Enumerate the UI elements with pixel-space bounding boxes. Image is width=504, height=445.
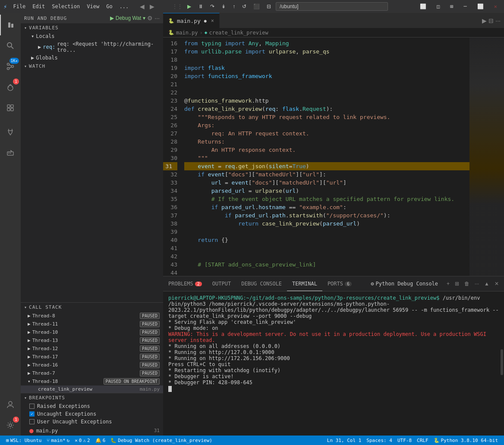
thread-7[interactable]: ▶ Thread-7 PAUSED <box>21 369 163 377</box>
debug-more-button[interactable]: ··· <box>154 15 160 22</box>
tab-close-button[interactable]: × <box>211 18 214 24</box>
tab-debug-console[interactable]: DEBUG CONSOLE <box>236 276 287 291</box>
code-line-18 <box>184 56 469 64</box>
add-terminal-button[interactable]: + <box>445 280 451 288</box>
debug-continue-mini[interactable]: ▶ <box>185 2 193 11</box>
layout-button3[interactable]: ⊞ <box>447 3 457 10</box>
debug-stepout-mini[interactable]: ↑ <box>230 2 237 11</box>
status-line-ending[interactable]: CRLF <box>414 436 431 445</box>
activity-settings[interactable]: 1 <box>0 415 21 436</box>
bp-user-uncaught[interactable]: User Uncaught Exceptions <box>21 418 163 426</box>
menu-view[interactable]: View <box>84 3 102 10</box>
layout-button[interactable]: ⬜ <box>416 3 430 10</box>
activity-extensions[interactable] <box>0 97 21 118</box>
menu-more[interactable]: ... <box>117 3 132 10</box>
bell-icon: 🔔 <box>95 438 101 443</box>
debug-stepinto-mini[interactable]: ↡ <box>219 2 228 11</box>
tab-output[interactable]: OUTPUT <box>207 276 236 291</box>
problems-label: PROBLEMS <box>168 281 193 287</box>
status-errors[interactable]: ✕ 0 ⚠ 2 <box>72 436 93 445</box>
status-python[interactable]: 🐍 Python 3.8.10 64-bit <box>431 436 501 445</box>
code-line-16: from typing import Any, Mapping <box>184 39 469 47</box>
thread-8[interactable]: ▶ Thread-8 PAUSED <box>21 312 163 320</box>
maximize-button[interactable]: ⬜ <box>474 3 487 10</box>
debug-stop-mini[interactable]: ⬛ <box>251 2 262 11</box>
code-line-29: An HTTP response context. <box>184 146 469 154</box>
run-button[interactable]: ▶ <box>482 17 487 24</box>
debug-config-label: Debug Wat <box>116 15 142 21</box>
stack-frame[interactable]: create_link_preview main.py <box>21 385 163 393</box>
terminal-content[interactable]: pierrick@LAPTOP-HKU5PNNG:~/git/add-ons-s… <box>163 291 504 436</box>
tab-main-py[interactable]: 🐍 main.py ● × <box>163 13 220 28</box>
breadcrumb-function[interactable]: create_link_preview <box>209 30 268 36</box>
menu-go[interactable]: Go <box>104 3 115 10</box>
watch-section-header[interactable]: ▾ WATCH <box>21 62 163 71</box>
status-wsl[interactable]: ⊞ WSL: Ubuntu <box>3 436 44 445</box>
status-branch[interactable]: ⑂ main* ↻ <box>44 436 72 445</box>
tab-terminal[interactable]: TERMINAL <box>287 276 322 291</box>
tab-problems[interactable]: PROBLEMS 2 <box>163 276 207 291</box>
activity-account[interactable] <box>0 394 21 415</box>
thread-10[interactable]: ▶ Thread-10 PAUSED <box>21 328 163 336</box>
status-bell[interactable]: 🔔 6 <box>93 436 108 445</box>
bp-uncaught-exceptions[interactable]: Uncaught Exceptions <box>21 410 163 418</box>
bp-main-py[interactable]: ● main.py 31 <box>21 426 163 436</box>
back-button[interactable]: ◀ <box>138 2 146 11</box>
activity-docker[interactable] <box>0 142 21 163</box>
terminal-close-button[interactable]: ✕ <box>493 280 501 288</box>
activity-debug[interactable]: 1 <box>0 77 21 97</box>
thread-17[interactable]: ▶ Thread-17 PAUSED <box>21 353 163 361</box>
debug-gear-button[interactable]: ⚙ <box>147 15 153 22</box>
watch-title: WATCH <box>29 63 45 69</box>
menu-file[interactable]: File <box>10 3 28 10</box>
forward-button[interactable]: ▶ <box>148 2 156 11</box>
split-terminal-button[interactable]: ⊞ <box>453 280 461 288</box>
more-actions-button[interactable]: ··· <box>495 17 501 24</box>
address-bar[interactable] <box>276 2 388 11</box>
activity-test[interactable] <box>0 122 21 142</box>
activity-search[interactable] <box>0 35 21 56</box>
breakpoints-header[interactable]: ▾ BREAKPOINTS <box>21 393 163 402</box>
start-debug-button[interactable]: ▶ Debug Wat ▾ <box>110 15 146 21</box>
status-line-col[interactable]: Ln 31, Col 1 <box>324 436 364 445</box>
debug-panel-mini[interactable]: ⊟ <box>265 2 273 11</box>
debug-stepover-mini[interactable]: ↷ <box>208 2 217 11</box>
callstack-header[interactable]: ▾ CALL STACK <box>21 303 163 312</box>
layout-button2[interactable]: ◫ <box>433 3 443 10</box>
scrollbar-thumb[interactable] <box>501 349 503 375</box>
svg-rect-15 <box>7 108 10 111</box>
bp-user-uncaught-checkbox[interactable] <box>29 419 35 424</box>
thread-name: Thread-7 <box>32 370 55 376</box>
terminal-chevron-up[interactable]: ▲ <box>482 280 491 288</box>
thread-18[interactable]: ▾ Thread-18 PAUSED ON BREAKPOINT <box>21 377 163 385</box>
req-variable[interactable]: ▶ req: req: <Request 'http://charming-tr… <box>21 40 163 54</box>
paused-badge: PAUSED <box>140 370 160 376</box>
close-button[interactable]: ✕ <box>491 3 501 10</box>
minimize-button[interactable]: ─ <box>460 3 470 10</box>
python-file-icon: 🐍 <box>168 18 174 24</box>
variables-section-header[interactable]: ▾ VARIABLES <box>21 23 163 32</box>
status-spaces[interactable]: Spaces: 4 <box>364 436 395 445</box>
status-encoding[interactable]: UTF-8 <box>395 436 414 445</box>
thread-12[interactable]: ▶ Thread-12 PAUSED <box>21 345 163 353</box>
activity-scm[interactable]: 1K+ <box>0 56 21 77</box>
thread-11[interactable]: ▶ Thread-11 PAUSED <box>21 320 163 328</box>
menu-selection[interactable]: Selection <box>49 3 82 10</box>
tab-ports[interactable]: PORTS 6 <box>322 276 357 291</box>
debug-restart-mini[interactable]: ↺ <box>240 2 249 11</box>
status-debug-watch[interactable]: 🐛 Debug Watch (create_link_preview) <box>108 436 215 445</box>
globals-group[interactable]: ▶ Globals <box>21 54 163 62</box>
activity-explorer[interactable] <box>0 15 21 35</box>
debug-pause-mini[interactable]: ⏸ <box>196 2 205 11</box>
breadcrumb-file[interactable]: main.py <box>176 30 198 36</box>
thread-13[interactable]: ▶ Thread-13 PAUSED <box>21 336 163 345</box>
thread-16[interactable]: ▶ Thread-16 PAUSED <box>21 361 163 369</box>
split-editor-button[interactable]: ⊟ <box>488 17 494 24</box>
menu-edit[interactable]: Edit <box>30 3 47 10</box>
terminal-more-button[interactable]: ··· <box>473 280 481 288</box>
kill-terminal-button[interactable]: 🗑 <box>463 280 471 288</box>
locals-group[interactable]: ▾ Locals <box>21 32 163 40</box>
bp-raised-checkbox[interactable] <box>29 404 35 409</box>
bp-raised-exceptions[interactable]: Raised Exceptions <box>21 402 163 410</box>
bp-uncaught-checkbox[interactable] <box>29 411 35 417</box>
